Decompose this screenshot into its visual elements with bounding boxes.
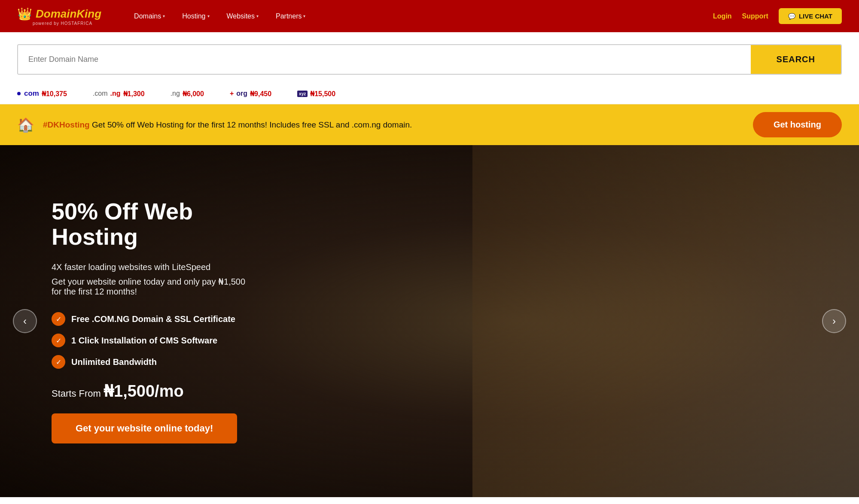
nav-websites[interactable]: Websites ▾ — [220, 9, 266, 24]
dot-icon — [17, 92, 21, 95]
feature-label: Unlimited Bandwidth — [71, 357, 157, 367]
domain-ext-label: .ng — [171, 90, 180, 97]
nav-right: Login Support 💬 LIVE CHAT — [713, 8, 842, 24]
domain-ext-label: org — [236, 90, 247, 97]
domain-xyz[interactable]: xyz ₦15,500 — [297, 90, 335, 98]
domain-org[interactable]: + org ₦9,450 — [230, 90, 271, 98]
domain-ng[interactable]: .ng ₦6,000 — [171, 90, 204, 98]
chevron-down-icon: ▾ — [303, 14, 305, 18]
support-link[interactable]: Support — [742, 12, 768, 20]
search-section: SEARCH — [0, 32, 859, 83]
domain-price: ₦10,375 — [42, 90, 67, 98]
chevron-down-icon: ▾ — [207, 14, 210, 18]
chevron-down-icon: ▾ — [163, 14, 165, 18]
promo-banner: 🏠 #DKHosting Get 50% off Web Hosting for… — [0, 104, 859, 145]
chat-icon: 💬 — [788, 13, 795, 20]
carousel-next-button[interactable]: › — [822, 309, 846, 333]
domain-ext-label: com — [24, 89, 39, 98]
nav-hosting[interactable]: Hosting ▾ — [175, 9, 216, 24]
house-icon: 🏠 — [17, 117, 34, 133]
brand-tagline: powered by HOSTAFRICA — [33, 21, 92, 26]
check-icon: ✓ — [52, 312, 65, 326]
domain-price: ₦6,000 — [183, 90, 204, 98]
hero-content: 50% Off Web Hosting 4X faster loading we… — [0, 199, 301, 444]
hero-price: Starts From ₦1,500/mo — [52, 382, 249, 401]
domain-price: ₦1,300 — [123, 90, 145, 98]
chevron-left-icon: ‹ — [23, 315, 27, 327]
feature-label: 1 Click Installation of CMS Software — [71, 336, 217, 346]
feature-item-1: ✓ Free .COM.NG Domain & SSL Certificate — [52, 312, 249, 326]
hero-image — [472, 145, 859, 497]
login-link[interactable]: Login — [713, 12, 732, 20]
feature-label: Free .COM.NG Domain & SSL Certificate — [71, 314, 235, 324]
check-icon: ✓ — [52, 334, 65, 347]
feature-item-2: ✓ 1 Click Installation of CMS Software — [52, 334, 249, 347]
promo-message: Get 50% off Web Hosting for the first 12… — [92, 120, 412, 129]
chevron-right-icon: › — [832, 315, 836, 327]
logo-main: 👑 DomainKing — [17, 7, 101, 21]
hero-title: 50% Off Web Hosting — [52, 199, 249, 250]
carousel-prev-button[interactable]: ‹ — [13, 309, 37, 333]
brand-name[interactable]: DomainKing — [36, 7, 101, 21]
search-button[interactable]: SEARCH — [751, 45, 841, 74]
dk-label: #DKHosting — [43, 120, 90, 129]
hero-sub2: Get your website online today and only p… — [52, 276, 249, 297]
domain-ext-label: .com — [93, 90, 108, 97]
domain-ng-part: .ng — [110, 90, 121, 97]
nav-links: Domains ▾ Hosting ▾ Websites ▾ Partners … — [127, 9, 713, 24]
check-icon: ✓ — [52, 355, 65, 369]
hero-section: ‹ 50% Off Web Hosting 4X faster loading … — [0, 145, 859, 497]
feature-item-3: ✓ Unlimited Bandwidth — [52, 355, 249, 369]
crown-icon: 👑 — [17, 7, 32, 21]
plus-icon: + — [230, 90, 234, 97]
chevron-down-icon: ▾ — [256, 14, 259, 18]
search-input[interactable] — [18, 45, 751, 74]
domain-com[interactable]: com ₦10,375 — [17, 89, 67, 98]
promo-text: #DKHosting Get 50% off Web Hosting for t… — [43, 120, 744, 130]
navbar: 👑 DomainKing powered by HOSTAFRICA Domai… — [0, 0, 859, 32]
nav-partners[interactable]: Partners ▾ — [269, 9, 312, 24]
domain-prices: com ₦10,375 .com .ng ₦1,300 .ng ₦6,000 +… — [0, 83, 859, 104]
live-chat-button[interactable]: 💬 LIVE CHAT — [779, 8, 842, 24]
domain-price: ₦15,500 — [310, 90, 335, 98]
get-hosting-button[interactable]: Get hosting — [753, 112, 842, 137]
search-bar: SEARCH — [17, 44, 842, 75]
hero-subtitle: 4X faster loading websites with LiteSpee… — [52, 262, 249, 272]
hero-cta-button[interactable]: Get your website online today! — [52, 413, 237, 443]
xyz-badge: xyz — [297, 91, 308, 97]
logo-area: 👑 DomainKing powered by HOSTAFRICA — [17, 7, 101, 26]
domain-price: ₦9,450 — [250, 90, 271, 98]
nav-domains[interactable]: Domains ▾ — [127, 9, 172, 24]
domain-com-ng[interactable]: .com .ng ₦1,300 — [93, 90, 145, 98]
